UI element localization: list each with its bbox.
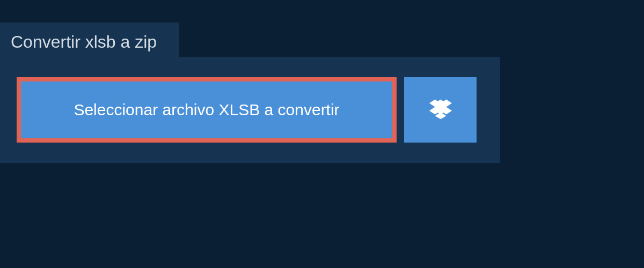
dropbox-button[interactable] [404, 77, 477, 143]
tab-header: Convertir xlsb a zip [0, 23, 179, 62]
select-file-button[interactable]: Seleccionar archivo XLSB a convertir [17, 77, 397, 143]
dropbox-icon [429, 98, 452, 122]
select-file-label: Seleccionar archivo XLSB a convertir [74, 101, 339, 119]
page-container: Convertir xlsb a zip Seleccionar archivo… [0, 0, 644, 268]
page-title: Convertir xlsb a zip [11, 32, 157, 51]
main-panel: Seleccionar archivo XLSB a convertir [0, 57, 500, 163]
button-row: Seleccionar archivo XLSB a convertir [17, 77, 484, 143]
